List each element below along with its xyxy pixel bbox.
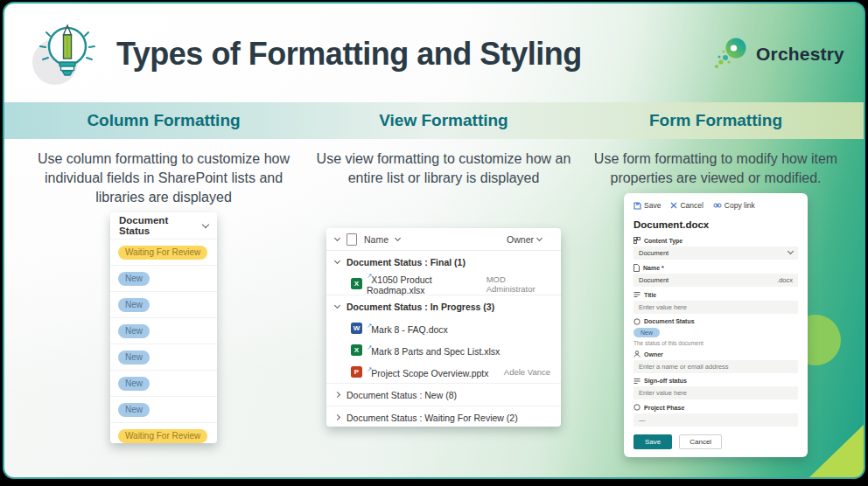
- view-formatting-description: Use view formatting to customize how an …: [303, 149, 584, 188]
- chevron-down-icon[interactable]: [202, 221, 209, 228]
- status-badge: New: [118, 272, 150, 286]
- file-row[interactable]: P ↗Project Scope Overview.pptx Adele Van…: [326, 361, 561, 383]
- choice-circle-icon: [634, 318, 640, 325]
- sign-off-status-field[interactable]: Enter value here: [634, 386, 798, 399]
- owner-column-header[interactable]: Owner: [507, 234, 552, 245]
- status-badge: New: [634, 328, 660, 337]
- group-label: Document Status : Final (1): [346, 257, 466, 267]
- text-lines-icon: [634, 291, 640, 298]
- column-formatting-description: Use column formatting to customize how i…: [32, 149, 296, 207]
- status-badge: Waiting For Review: [118, 429, 207, 443]
- group-label: Document Status : New (8): [346, 390, 457, 400]
- status-badge: New: [118, 377, 150, 391]
- content-type-label: Content Type: [634, 237, 798, 244]
- owner-field[interactable]: Enter a name or email address: [634, 360, 798, 373]
- powerpoint-file-icon: P: [351, 366, 362, 378]
- section-header-form-formatting: Form Formatting: [588, 111, 844, 130]
- save-command[interactable]: Save: [634, 201, 661, 210]
- cancel-label: Cancel: [680, 201, 703, 210]
- list-item: Waiting For Review: [110, 239, 217, 265]
- cancel-command[interactable]: Cancel: [670, 201, 703, 210]
- group-label: Document Status : In Progress (3): [346, 302, 494, 312]
- name-value: Document: [639, 276, 668, 284]
- cancel-button[interactable]: Cancel: [679, 434, 722, 449]
- file-row[interactable]: W ↗Mark 8 - FAQ.docx: [326, 317, 561, 339]
- project-phase-value: —: [639, 416, 646, 424]
- file-owner: MOD Administrator: [486, 274, 552, 294]
- section-header-column-formatting: Column Formatting: [28, 111, 299, 130]
- sign-off-placeholder: Enter value here: [639, 389, 687, 397]
- chevron-down-icon[interactable]: [395, 235, 401, 241]
- file-name: ↗X1050 Product Roadmap.xlsx: [367, 272, 482, 295]
- lightbulb-pencil-icon: [29, 17, 104, 92]
- collapsed-group-row-waiting[interactable]: Document Status : Waiting For Review (2): [326, 406, 561, 427]
- chevron-down-icon[interactable]: [334, 258, 340, 264]
- status-badge: Waiting For Review: [118, 246, 207, 260]
- name-field[interactable]: Document .docx: [634, 274, 798, 287]
- name-column-header[interactable]: Name: [364, 234, 388, 245]
- file-row[interactable]: X ↗X1050 Product Roadmap.xlsx MOD Admini…: [326, 273, 561, 295]
- document-status-helper: The status of this document: [634, 340, 798, 346]
- group-row-final[interactable]: Document Status : Final (1): [326, 251, 561, 273]
- list-item: New: [110, 291, 217, 317]
- content-type-icon: [634, 237, 640, 244]
- content-type-select[interactable]: Document: [634, 246, 798, 260]
- title-field[interactable]: Enter value here: [634, 301, 798, 314]
- project-phase-field[interactable]: —: [634, 413, 798, 427]
- group-label: Document Status : Waiting For Review (2): [346, 413, 518, 423]
- file-name: ↗Mark 8 Parts and Spec List.xlsx: [367, 344, 500, 357]
- chevron-down-icon: [536, 235, 542, 241]
- form-toolbar: Save Cancel Copy link: [634, 199, 798, 214]
- chevron-right-icon[interactable]: [334, 414, 340, 420]
- form-buttons: Save Cancel: [634, 434, 798, 449]
- list-item: New: [110, 317, 217, 344]
- status-badge: New: [118, 324, 150, 338]
- group-row-in-progress[interactable]: Document Status : In Progress (3): [326, 295, 561, 317]
- view-formatting-section: Use view formatting to customize how an …: [299, 148, 588, 477]
- link-icon: [713, 202, 722, 209]
- document-type-icon: [346, 233, 357, 246]
- file-name: ↗Mark 8 - FAQ.docx: [367, 322, 448, 335]
- document-properties-form-card: Save Cancel Copy link Document.docx Cont…: [624, 193, 808, 457]
- status-badge: New: [118, 403, 150, 417]
- file-owner: Adele Vance: [504, 367, 552, 377]
- content-type-value: Document: [639, 249, 668, 257]
- word-file-icon: W: [351, 323, 362, 334]
- status-badge: New: [118, 351, 150, 364]
- chevron-right-icon[interactable]: [334, 392, 340, 398]
- text-lines-icon: [634, 378, 640, 385]
- owner-label: Owner: [634, 351, 798, 358]
- save-label: Save: [644, 201, 661, 210]
- grouped-library-view-card: Name Owner Document Status : Final (1) X…: [326, 228, 561, 427]
- chevron-down-icon[interactable]: [334, 235, 340, 241]
- brand-name: Orchestry: [756, 44, 844, 65]
- copy-link-command[interactable]: Copy link: [713, 201, 755, 210]
- view-header-row: Name Owner: [326, 228, 561, 251]
- owner-placeholder: Enter a name or email address: [639, 363, 729, 371]
- document-status-column-header[interactable]: Document Status: [110, 212, 217, 239]
- slide: Types of Formatting and Styling Orchestr…: [3, 2, 865, 479]
- section-header-view-formatting: View Formatting: [299, 111, 588, 130]
- file-name: ↗Project Scope Overview.pptx: [367, 365, 489, 378]
- excel-file-icon: X: [351, 344, 362, 356]
- document-status-value[interactable]: New: [634, 327, 798, 338]
- brand-logo: Orchestry: [711, 36, 844, 73]
- section-header-band: Column Formatting View Formatting Form F…: [4, 102, 864, 139]
- title-label: Title: [634, 291, 798, 298]
- file-row[interactable]: X ↗Mark 8 Parts and Spec List.xlsx: [326, 339, 561, 361]
- title-placeholder: Enter value here: [639, 303, 687, 311]
- chevron-down-icon: [788, 248, 794, 254]
- list-item: New: [110, 265, 217, 291]
- chevron-down-icon[interactable]: [334, 302, 340, 309]
- collapsed-group-row-new[interactable]: Document Status : New (8): [326, 383, 561, 406]
- column-formatting-section: Use column formatting to customize how i…: [28, 148, 299, 477]
- excel-file-icon: X: [351, 278, 362, 289]
- page-title: Types of Formatting and Styling: [116, 36, 582, 73]
- save-button[interactable]: Save: [634, 434, 672, 449]
- close-icon: [670, 202, 677, 209]
- copy-link-label: Copy link: [724, 201, 755, 210]
- form-formatting-section: Use form formatting to modify how item p…: [588, 148, 844, 477]
- column-header-label: Document Status: [119, 215, 199, 236]
- content-columns: Use column formatting to customize how i…: [4, 139, 864, 477]
- list-item: New: [110, 370, 217, 396]
